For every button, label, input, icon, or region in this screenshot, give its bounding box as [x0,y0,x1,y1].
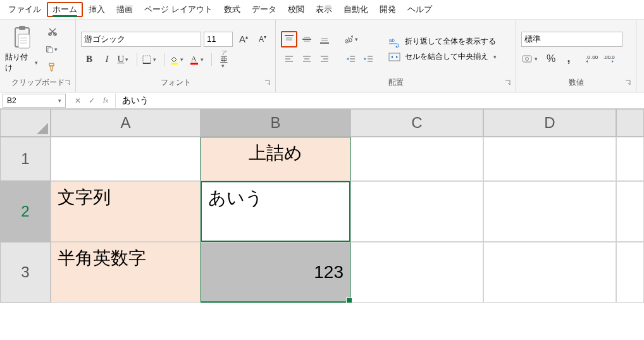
number-launcher[interactable] [624,79,633,88]
cell-C3[interactable] [350,242,483,303]
align-left-button[interactable] [281,51,297,68]
font-name-select[interactable] [81,32,201,47]
align-middle-icon [301,34,313,45]
cell-E2[interactable] [616,181,644,242]
svg-text:.0: .0 [610,54,615,60]
chevron-down-icon: ▾ [125,56,132,63]
font-size-select[interactable] [204,32,233,47]
brush-icon [47,62,58,72]
menu-layout[interactable]: ページ レイアウト [139,2,218,17]
menu-formulas[interactable]: 数式 [218,2,246,17]
group-clipboard: 貼り付け▾ ▾ クリップボード [0,20,76,92]
underline-button[interactable]: U▾ [116,51,133,68]
align-right-icon [319,54,330,65]
menu-view[interactable]: 表示 [310,2,338,17]
bucket-icon [169,54,179,65]
align-launcher[interactable] [504,79,513,88]
orientation-button[interactable]: ab▾ [343,31,362,47]
svg-rect-41 [389,53,400,61]
svg-rect-12 [171,63,178,65]
group-number: ▾ % , .0.00 .00.0 数値 [516,20,636,92]
cell-D3[interactable] [483,242,616,303]
accounting-format-button[interactable]: ▾ [521,51,542,67]
phonetic-button[interactable]: ア亜▾ [216,51,232,68]
cell-B3[interactable]: 123 [201,242,350,303]
menu-home-label: ホーム [53,4,77,17]
cell-B1[interactable]: 上詰め [201,137,350,181]
wrap-text-button[interactable]: ab 折り返して全体を表示する [388,36,500,47]
cell-D1[interactable] [483,137,616,181]
paste-button[interactable]: 貼り付け▾ [5,25,40,73]
menu-automate[interactable]: 自動化 [338,2,374,17]
increase-decimal-button[interactable]: .0.00 [583,51,600,67]
col-header-B[interactable]: B [201,109,350,137]
border-icon [142,54,152,65]
formula-input[interactable] [115,94,644,108]
menu-home[interactable]: ホーム [47,2,83,17]
insert-function-button[interactable]: fx [99,94,113,108]
align-left-icon [283,54,295,65]
cell-B2[interactable]: あいう [201,181,350,242]
align-top-button[interactable] [281,31,297,47]
chevron-down-icon: ▾ [535,56,541,62]
menu-file[interactable]: ファイル [3,2,47,17]
cell-C2[interactable] [350,181,483,242]
col-header-C[interactable]: C [350,109,483,137]
cell-C1[interactable] [350,137,483,181]
align-bottom-button[interactable] [316,31,333,47]
col-header-extra[interactable] [616,109,644,137]
cell-E1[interactable] [616,137,644,181]
menu-developer[interactable]: 開発 [374,2,402,17]
increase-indent-button[interactable] [361,51,377,68]
decrease-indent-button[interactable] [343,51,359,68]
decrease-decimal-button[interactable]: .00.0 [601,51,617,67]
row-header-2[interactable]: 2 [0,181,51,242]
menu-data[interactable]: データ [246,2,282,17]
decrease-font-button[interactable]: A▾ [254,31,271,47]
bold-button[interactable]: B [81,51,97,68]
svg-text:.00: .00 [591,54,598,60]
clipboard-launcher[interactable] [64,79,73,88]
comma-button[interactable]: , [560,51,577,67]
cell-A3[interactable]: 半角英数字 [51,242,201,303]
svg-rect-42 [523,56,531,62]
cell-E3[interactable] [616,242,644,303]
chevron-down-icon: ▾ [153,56,159,63]
align-center-button[interactable] [299,51,315,68]
copy-icon [46,44,53,54]
cancel-formula-button[interactable]: ✕ [71,94,85,108]
merge-center-button[interactable]: セルを結合して中央揃え ▾ [388,51,500,63]
cell-A2[interactable]: 文字列 [51,181,201,242]
svg-text:.0: .0 [586,54,590,60]
fill-color-button[interactable]: ▾ [168,51,187,68]
align-middle-button[interactable] [299,31,315,47]
menu-insert[interactable]: 挿入 [83,2,111,17]
menu-draw[interactable]: 描画 [111,2,139,17]
italic-button[interactable]: I [99,51,115,68]
cut-button[interactable] [46,25,59,39]
menu-help[interactable]: ヘルプ [402,2,438,17]
copy-button[interactable]: ▾ [46,42,59,56]
format-painter-button[interactable] [46,60,59,74]
cell-D2[interactable] [483,181,616,242]
select-all-corner[interactable] [0,109,51,137]
row-header-1[interactable]: 1 [0,137,51,181]
col-header-D[interactable]: D [483,109,616,137]
formula-bar: B2 ▾ ✕ ✓ fx [0,92,644,109]
align-right-button[interactable] [316,51,333,68]
font-launcher[interactable] [264,79,273,88]
increase-font-button[interactable]: A▴ [235,31,252,47]
cell-A1[interactable] [51,137,201,181]
font-color-button[interactable]: A▾ [189,51,207,68]
enter-formula-button[interactable]: ✓ [85,94,99,108]
outdent-icon [345,54,357,65]
row-header-3[interactable]: 3 [0,242,51,303]
spreadsheet-grid: A B C D 1 上詰め 2 文字列 あいう 3 半角英数字 123 [0,109,644,303]
border-button[interactable]: ▾ [141,51,160,68]
svg-rect-10 [143,56,151,63]
name-box[interactable]: B2 ▾ [3,94,66,108]
col-header-A[interactable]: A [51,109,201,137]
percent-button[interactable]: % [543,51,559,67]
number-format-select[interactable] [521,32,622,47]
menu-review[interactable]: 校閲 [282,2,310,17]
